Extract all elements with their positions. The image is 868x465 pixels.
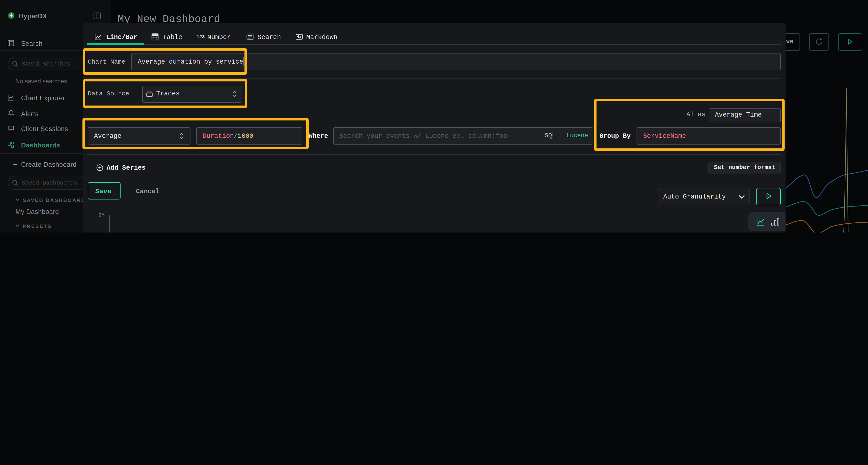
svg-text:2M: 2M <box>98 212 104 219</box>
